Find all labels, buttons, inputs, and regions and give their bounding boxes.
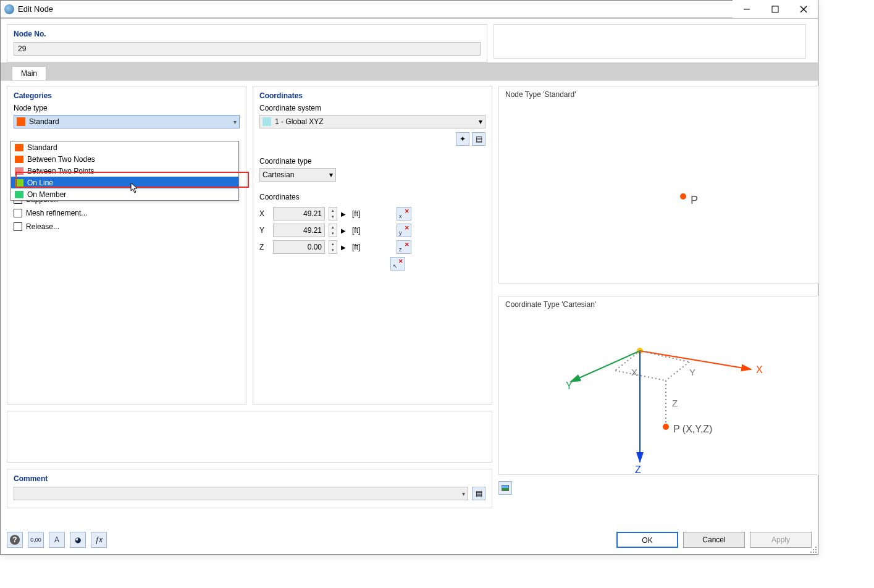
swatch-icon [17, 117, 25, 126]
coord-system-label: Coordinate system [259, 104, 485, 112]
edit-coord-system-button[interactable]: ▤ [472, 132, 485, 146]
chevron-down-icon: ▾ [479, 117, 482, 126]
swatch-icon [15, 167, 23, 175]
titlebar: Edit Node [1, 1, 818, 19]
help-button[interactable]: ? [7, 532, 23, 548]
pick-y-button[interactable]: ✕y [397, 224, 411, 237]
node-type-dropdown: Standard Between Two Nodes Between Two P… [11, 141, 239, 201]
play-icon[interactable]: ▶ [341, 211, 348, 217]
chevron-down-icon: ▾ [462, 490, 465, 497]
svg-rect-22 [815, 547, 817, 548]
export-image-button[interactable] [498, 481, 512, 495]
pick-z-button[interactable]: ✕z [397, 240, 411, 254]
edit-icon: ▤ [476, 135, 482, 143]
svg-rect-23 [813, 549, 814, 550]
comment-library-button[interactable]: ▤ [472, 487, 485, 500]
p-label-text: P [691, 194, 698, 206]
spinner-y[interactable]: ▴▾ [329, 224, 337, 237]
svg-line-14 [640, 351, 689, 362]
node-type-label: Node type [14, 104, 240, 112]
coord-z-input[interactable] [273, 240, 325, 254]
svg-text:Z: Z [672, 398, 678, 408]
play-icon[interactable]: ▶ [341, 244, 348, 251]
new-coord-system-button[interactable]: ✦ [456, 132, 469, 146]
node-type-selected: Standard [29, 117, 233, 126]
coord-type-combo[interactable]: Cartesian ▾ [259, 168, 336, 182]
preview-bot-title: Coordinate Type 'Cartesian' [505, 300, 812, 309]
pick-x-button[interactable]: ✕x [397, 207, 411, 220]
svg-text:X: X [631, 367, 637, 377]
new-icon: ✦ [460, 135, 466, 143]
swatch-icon [15, 179, 23, 187]
option-mesh-refinement[interactable]: Mesh refinement... [14, 209, 240, 217]
resize-grip-icon[interactable] [809, 545, 818, 554]
play-icon[interactable]: ▶ [341, 227, 348, 234]
chevron-down-icon: ▾ [233, 119, 237, 125]
svg-point-20 [663, 424, 669, 430]
svg-text:X: X [756, 364, 763, 375]
dropdown-item-on-line[interactable]: On Line [11, 177, 238, 188]
picture-icon [502, 485, 509, 491]
preview-coord-type: Coordinate Type 'Cartesian' X Y [498, 296, 818, 475]
edit-node-dialog: Edit Node Node No. Main Categories Node … [0, 0, 818, 555]
svg-text:Y: Y [689, 367, 695, 377]
minimize-button[interactable] [733, 0, 761, 18]
coord-y-input[interactable] [273, 224, 325, 237]
svg-text:P (X,Y,Z): P (X,Y,Z) [673, 424, 712, 434]
tab-main[interactable]: Main [12, 66, 46, 80]
cancel-button[interactable]: Cancel [683, 532, 745, 548]
display-icon: ◕ [75, 536, 81, 544]
preview-top-title: Node Type 'Standard' [505, 90, 812, 99]
spinner-x[interactable]: ▴▾ [329, 207, 337, 220]
swatch-icon [15, 144, 23, 151]
chevron-down-icon: ▾ [329, 170, 333, 179]
svg-text:Y: Y [566, 380, 573, 391]
node-type-combo[interactable]: Standard ▾ [14, 115, 240, 128]
svg-line-15 [666, 362, 689, 380]
coord-system-combo[interactable]: 1 - Global XYZ ▾ [259, 115, 485, 128]
tabs-row: Main [1, 62, 818, 81]
checkbox-icon [14, 209, 22, 217]
node-no-label: Node No. [14, 30, 481, 38]
coord-row-z: Z ▴▾ ▶ [ft] ✕z [259, 240, 485, 254]
svg-text:Z: Z [635, 464, 641, 474]
folder-icon: ▤ [476, 489, 482, 498]
swatch-icon [15, 191, 23, 198]
display-settings-button[interactable]: ◕ [70, 532, 86, 548]
swatch-icon [15, 156, 23, 163]
svg-rect-27 [815, 552, 817, 553]
mouse-cursor-icon [130, 182, 139, 193]
coord-x-input[interactable] [273, 207, 325, 220]
dropdown-item-between-two-nodes[interactable]: Between Two Nodes [11, 153, 238, 165]
dropdown-item-standard[interactable]: Standard [11, 141, 238, 153]
pick-all-button[interactable]: ✕↖ [390, 257, 405, 271]
text-settings-button[interactable]: A [49, 532, 65, 548]
window-title: Edit Node [18, 4, 53, 14]
close-button[interactable] [789, 0, 818, 18]
svg-rect-24 [815, 549, 817, 550]
node-no-group: Node No. [7, 24, 487, 62]
option-release[interactable]: Release... [14, 222, 240, 231]
fx-icon: ƒx [95, 536, 103, 544]
dropdown-item-between-two-points[interactable]: Between Two Points [11, 165, 238, 177]
formula-button[interactable]: ƒx [91, 532, 107, 548]
text-a-icon: A [54, 536, 59, 544]
spinner-z[interactable]: ▴▾ [329, 240, 337, 254]
coord-row-x: X ▴▾ ▶ [ft] ✕x [259, 207, 485, 220]
coord-row-pick-all: ✕↖ [259, 257, 485, 271]
coord-row-y: Y ▴▾ ▶ [ft] ✕y [259, 224, 485, 237]
svg-line-8 [571, 351, 640, 382]
categories-group: Categories Node type Standard ▾ Standard [7, 86, 246, 405]
maximize-button[interactable] [761, 0, 789, 18]
apply-button[interactable]: Apply [750, 532, 812, 548]
comment-input[interactable]: ▾ [14, 487, 468, 500]
svg-point-4 [680, 193, 686, 200]
comment-legend: Comment [14, 474, 485, 483]
dialog-footer: ? 0,00 A ◕ ƒx OK Cancel Apply [7, 532, 812, 548]
checkbox-icon [14, 222, 22, 231]
categories-legend: Categories [14, 91, 240, 100]
dropdown-item-on-member[interactable]: On Member [11, 188, 238, 200]
node-no-input[interactable] [14, 42, 481, 56]
ok-button[interactable]: OK [616, 532, 678, 548]
units-button[interactable]: 0,00 [28, 532, 44, 548]
